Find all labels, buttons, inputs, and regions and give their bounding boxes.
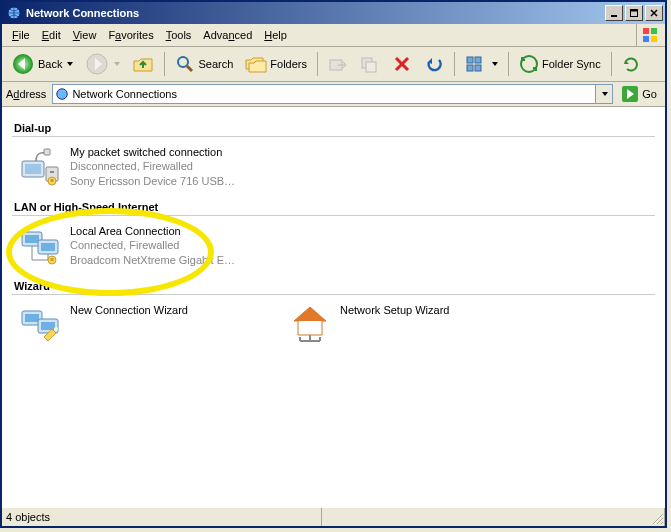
content-area: Dial-up My packet switche (2, 107, 665, 507)
chevron-down-icon (602, 92, 608, 96)
move-to-button[interactable] (323, 50, 353, 78)
section-header-lan: LAN or High-Speed Internet (12, 197, 655, 216)
resize-grip-icon[interactable] (649, 510, 665, 526)
menu-edit[interactable]: Edit (36, 27, 67, 43)
search-label: Search (198, 58, 233, 70)
search-button[interactable]: Search (170, 50, 238, 78)
folders-label: Folders (270, 58, 307, 70)
connection-item-lan[interactable]: Local Area Connection Connected, Firewal… (16, 222, 256, 270)
svg-rect-31 (41, 243, 55, 251)
address-value: Network Connections (72, 88, 177, 100)
copy-to-button[interactable] (355, 50, 385, 78)
menubar: File Edit View Favorites Tools Advanced … (2, 24, 665, 47)
statusbar: 4 objects (2, 507, 665, 526)
svg-point-18 (521, 56, 537, 72)
folder-sync-button[interactable]: Folder Sync (514, 50, 606, 78)
lan-connection-icon (16, 222, 64, 270)
go-icon (621, 85, 639, 103)
svg-rect-13 (366, 62, 376, 72)
menu-advanced[interactable]: Advanced (197, 27, 258, 43)
connection-device: Broadcom NetXtreme Gigabit E… (70, 253, 235, 267)
svg-rect-5 (651, 28, 657, 34)
minimize-button[interactable] (605, 5, 623, 21)
wizard-title: Network Setup Wizard (340, 303, 449, 317)
folder-sync-label: Folder Sync (542, 58, 601, 70)
svg-rect-24 (50, 171, 54, 173)
dialup-connection-icon (16, 143, 64, 191)
copy-to-icon (360, 54, 380, 74)
network-connections-icon (55, 87, 69, 101)
svg-point-10 (178, 57, 188, 67)
svg-rect-17 (475, 65, 481, 71)
windows-logo-icon (636, 24, 663, 46)
chevron-down-icon (67, 62, 73, 66)
svg-rect-3 (631, 10, 638, 12)
address-dropdown-button[interactable] (595, 85, 612, 103)
network-setup-wizard-icon (286, 301, 334, 349)
views-icon (465, 54, 487, 74)
menu-file[interactable]: File (6, 27, 36, 43)
address-label: Address (6, 88, 48, 100)
undo-button[interactable] (419, 50, 449, 78)
connection-status: Connected, Firewalled (70, 238, 235, 252)
menu-view[interactable]: View (67, 27, 103, 43)
back-icon (11, 52, 35, 76)
svg-rect-33 (51, 258, 54, 261)
status-text: 4 objects (2, 508, 322, 526)
forward-icon (85, 52, 109, 76)
back-label: Back (38, 58, 62, 70)
refresh-icon (622, 55, 640, 73)
svg-point-19 (57, 89, 68, 100)
delete-button[interactable] (387, 50, 417, 78)
sync-icon (519, 54, 539, 74)
svg-rect-37 (41, 322, 55, 330)
folder-up-icon (132, 53, 154, 75)
menu-favorites[interactable]: Favorites (102, 27, 159, 43)
svg-rect-16 (467, 65, 473, 71)
svg-point-38 (54, 327, 58, 331)
menu-help[interactable]: Help (258, 27, 293, 43)
network-connections-icon (6, 5, 22, 21)
undo-icon (424, 54, 444, 74)
section-header-dialup: Dial-up (12, 118, 655, 137)
menu-tools[interactable]: Tools (160, 27, 198, 43)
refresh-button[interactable] (617, 50, 645, 78)
wizard-item-new-connection[interactable]: New Connection Wizard (16, 301, 256, 349)
window: Network Connections File Edit View Favor… (0, 0, 667, 528)
toolbar: Back Search (2, 47, 665, 82)
connection-item-dialup[interactable]: My packet switched connection Disconnect… (16, 143, 256, 191)
svg-rect-14 (467, 57, 473, 63)
connection-status: Disconnected, Firewalled (70, 159, 235, 173)
svg-rect-29 (25, 235, 39, 243)
section-header-wizard: Wizard (12, 276, 655, 295)
maximize-button[interactable] (625, 5, 643, 21)
connection-title: My packet switched connection (70, 145, 235, 159)
views-button[interactable] (460, 50, 503, 78)
folders-button[interactable]: Folders (240, 50, 312, 78)
status-spacer (322, 508, 665, 526)
titlebar: Network Connections (2, 2, 665, 24)
move-to-icon (328, 54, 348, 74)
wizard-item-network-setup[interactable]: Network Setup Wizard (286, 301, 526, 349)
back-button[interactable]: Back (6, 50, 78, 78)
connection-title: Local Area Connection (70, 224, 235, 238)
svg-rect-7 (651, 36, 657, 42)
new-connection-wizard-icon (16, 301, 64, 349)
window-title: Network Connections (26, 7, 603, 19)
connection-device: Sony Ericsson Device 716 USB… (70, 174, 235, 188)
svg-rect-25 (44, 149, 50, 155)
addressbar: Address Network Connections Go (2, 82, 665, 107)
search-icon (175, 54, 195, 74)
go-button[interactable]: Go (617, 84, 661, 104)
svg-rect-35 (25, 314, 39, 322)
svg-rect-4 (643, 28, 649, 34)
close-button[interactable] (645, 5, 663, 21)
svg-rect-27 (51, 179, 54, 182)
forward-button[interactable] (80, 50, 125, 78)
folders-icon (245, 54, 267, 74)
svg-rect-6 (643, 36, 649, 42)
address-field[interactable]: Network Connections (52, 84, 613, 104)
up-button[interactable] (127, 50, 159, 78)
svg-rect-15 (475, 57, 481, 63)
wizard-title: New Connection Wizard (70, 303, 188, 317)
